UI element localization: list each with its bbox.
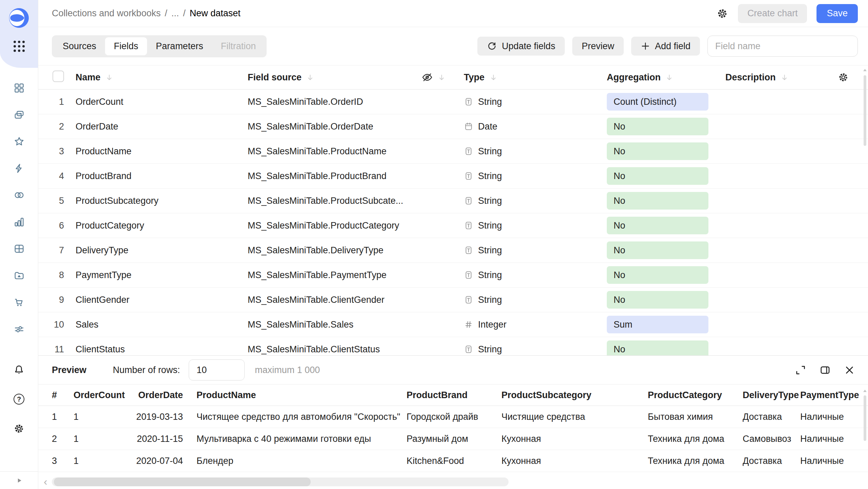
save-button[interactable]: Save bbox=[817, 4, 858, 23]
tab[interactable]: Filtration bbox=[212, 37, 265, 55]
tab[interactable]: Sources bbox=[54, 37, 105, 55]
sort-arrow-icon[interactable] bbox=[105, 73, 113, 82]
field-row[interactable]: 1 OrderCount MS_SalesMiniTable.OrderID S… bbox=[38, 90, 868, 114]
aggregation-select[interactable]: No bbox=[607, 217, 708, 234]
aggregation-select[interactable]: No bbox=[607, 241, 708, 259]
preview-button[interactable]: Preview bbox=[572, 37, 624, 56]
field-name[interactable]: OrderDate bbox=[76, 121, 248, 132]
tab[interactable]: Parameters bbox=[147, 37, 212, 55]
aggregation-select[interactable]: No bbox=[607, 340, 708, 355]
field-type[interactable]: String bbox=[464, 270, 607, 280]
field-name[interactable]: DeliveryType bbox=[76, 245, 248, 256]
field-type[interactable]: String bbox=[464, 146, 607, 157]
hidden-eye-off-icon[interactable] bbox=[421, 72, 433, 83]
scroll-left-chevron-icon[interactable]: ‹ bbox=[44, 476, 47, 487]
field-row[interactable]: 7 DeliveryType MS_SalesMiniTable.Deliver… bbox=[38, 238, 868, 263]
scroll-up-arrow-icon[interactable] bbox=[863, 69, 867, 71]
aggregation-select[interactable]: No bbox=[607, 142, 708, 160]
field-name-search-input[interactable] bbox=[707, 36, 858, 57]
scroll-up-arrow-icon[interactable] bbox=[863, 390, 867, 392]
column-header-name[interactable]: Name bbox=[76, 72, 101, 83]
column-header-type[interactable]: Type bbox=[464, 72, 484, 83]
field-type[interactable]: String bbox=[464, 245, 607, 256]
settings-sliders-icon[interactable] bbox=[14, 324, 25, 335]
field-name[interactable]: OrderCount bbox=[76, 97, 248, 107]
field-type[interactable]: String bbox=[464, 220, 607, 231]
field-type[interactable]: String bbox=[464, 295, 607, 305]
aggregation-select[interactable]: No bbox=[607, 192, 708, 210]
horizontal-scrollbar[interactable] bbox=[52, 477, 509, 486]
help-icon[interactable]: ? bbox=[14, 394, 24, 405]
apps-grid-icon[interactable] bbox=[14, 41, 25, 52]
field-row[interactable]: 6 ProductCategory MS_SalesMiniTable.Prod… bbox=[38, 213, 868, 238]
charts-icon[interactable] bbox=[14, 216, 25, 228]
field-name[interactable]: ProductSubcategory bbox=[76, 196, 248, 206]
gear-icon[interactable] bbox=[13, 423, 25, 434]
tab[interactable]: Fields bbox=[105, 37, 147, 55]
field-row[interactable]: 9 ClientGender MS_SalesMiniTable.ClientG… bbox=[38, 288, 868, 312]
column-header-aggregation[interactable]: Aggregation bbox=[607, 72, 661, 83]
field-name[interactable]: ClientStatus bbox=[76, 344, 248, 355]
create-chart-button[interactable]: Create chart bbox=[738, 4, 807, 23]
aggregation-select[interactable]: No bbox=[607, 291, 708, 309]
preview-vertical-scrollbar[interactable] bbox=[864, 395, 866, 441]
marketplace-cart-icon[interactable] bbox=[14, 297, 25, 308]
table-icon[interactable] bbox=[14, 243, 25, 254]
field-name[interactable]: ClientGender bbox=[76, 295, 248, 305]
select-all-checkbox[interactable] bbox=[53, 71, 64, 82]
field-row[interactable]: 10 Sales MS_SalesMiniTable.Sales Integer… bbox=[38, 312, 868, 337]
column-header-description[interactable]: Description bbox=[725, 72, 776, 83]
dataset-settings-gear-icon[interactable] bbox=[716, 7, 728, 20]
datalens-logo[interactable] bbox=[9, 8, 29, 28]
aggregation-select[interactable]: Count (Distinct) bbox=[607, 93, 708, 111]
notifications-bell-icon[interactable] bbox=[13, 364, 25, 375]
sort-arrow-icon[interactable] bbox=[665, 73, 674, 82]
sort-arrow-icon[interactable] bbox=[489, 73, 498, 82]
field-name[interactable]: Sales bbox=[76, 319, 248, 330]
lightning-icon[interactable] bbox=[14, 163, 25, 174]
sidebar-expand-footer[interactable] bbox=[0, 471, 38, 489]
breadcrumb-root[interactable]: Collections and workbooks bbox=[52, 8, 161, 19]
close-preview-icon[interactable] bbox=[844, 364, 855, 376]
split-view-icon[interactable] bbox=[819, 364, 831, 376]
field-name[interactable]: ProductName bbox=[76, 146, 248, 157]
horizontal-scrollbar-thumb[interactable] bbox=[54, 477, 311, 486]
field-name[interactable]: ProductCategory bbox=[76, 220, 248, 231]
folder-icon[interactable] bbox=[14, 270, 25, 281]
field-type[interactable]: String bbox=[464, 344, 607, 355]
aggregation-select[interactable]: No bbox=[607, 167, 708, 185]
expand-preview-icon[interactable] bbox=[795, 364, 806, 376]
update-fields-button[interactable]: Update fields bbox=[477, 37, 565, 56]
column-header-field-source[interactable]: Field source bbox=[248, 72, 302, 83]
aggregation-select[interactable]: No bbox=[607, 266, 708, 284]
number-of-rows-input[interactable] bbox=[189, 359, 245, 380]
collections-icon[interactable] bbox=[14, 109, 25, 120]
aggregation-select[interactable]: Sum bbox=[607, 316, 708, 333]
toolbar: SourcesFieldsParametersFiltration Update… bbox=[38, 27, 868, 65]
add-field-button[interactable]: Add field bbox=[631, 37, 700, 56]
field-row[interactable]: 5 ProductSubcategory MS_SalesMiniTable.P… bbox=[38, 189, 868, 213]
aggregation-select[interactable]: No bbox=[607, 118, 708, 135]
field-name[interactable]: ProductBrand bbox=[76, 171, 248, 181]
field-row[interactable]: 4 ProductBrand MS_SalesMiniTable.Product… bbox=[38, 164, 868, 189]
field-type[interactable]: String bbox=[464, 171, 607, 181]
fields-vertical-scrollbar[interactable] bbox=[864, 75, 866, 146]
preview-cell: Кухонная bbox=[501, 434, 648, 444]
sort-arrow-icon[interactable] bbox=[780, 73, 789, 82]
table-settings-gear-icon[interactable] bbox=[838, 72, 849, 83]
field-row[interactable]: 2 OrderDate MS_SalesMiniTable.OrderDate … bbox=[38, 114, 868, 139]
field-type[interactable]: Integer bbox=[464, 319, 607, 330]
field-type[interactable]: Date bbox=[464, 121, 607, 132]
field-row[interactable]: 8 PaymentType MS_SalesMiniTable.PaymentT… bbox=[38, 263, 868, 288]
field-row[interactable]: 11 ClientStatus MS_SalesMiniTable.Client… bbox=[38, 337, 868, 355]
breadcrumb-ellipsis[interactable]: ... bbox=[171, 8, 179, 19]
field-type[interactable]: String bbox=[464, 196, 607, 206]
field-row[interactable]: 3 ProductName MS_SalesMiniTable.ProductN… bbox=[38, 139, 868, 164]
field-name[interactable]: PaymentType bbox=[76, 270, 248, 280]
relations-circles-icon[interactable] bbox=[14, 190, 25, 201]
sort-arrow-icon[interactable] bbox=[437, 73, 446, 82]
field-type[interactable]: String bbox=[464, 97, 607, 107]
sort-arrow-icon[interactable] bbox=[306, 73, 314, 82]
dashboards-icon[interactable] bbox=[14, 82, 25, 94]
favorites-star-icon[interactable] bbox=[14, 136, 25, 147]
